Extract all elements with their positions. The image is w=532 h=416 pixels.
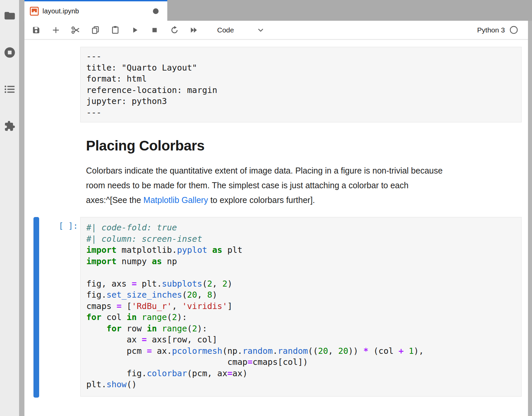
- active-cell-indicator[interactable]: [33, 217, 39, 398]
- restart-run-all-button[interactable]: [188, 23, 200, 37]
- right-gutter: [528, 21, 532, 416]
- code-cell-code: #| code-fold: true#| column: screen-inse…: [86, 222, 516, 390]
- cut-cells-button[interactable]: [70, 23, 82, 37]
- cell-type-dropdown[interactable]: Code: [217, 26, 265, 34]
- paragraph-text: axes:^[See the: [86, 195, 144, 205]
- interrupt-kernel-button[interactable]: [149, 23, 161, 37]
- raw-cell[interactable]: ---title: "Quarto Layout"format: htmlref…: [24, 47, 522, 122]
- tab-bar: layout.ipynb: [24, 0, 532, 21]
- sidebar-item-running-kernels[interactable]: [2, 44, 17, 61]
- sidebar-item-table-of-contents[interactable]: [2, 81, 17, 98]
- copy-icon: [91, 25, 100, 34]
- matplotlib-gallery-link[interactable]: Matplotlib Gallery: [144, 195, 208, 205]
- plus-icon: [52, 26, 60, 34]
- page-title: Placing Colorbars: [86, 138, 522, 154]
- stop-icon: [150, 26, 159, 34]
- copy-cells-button[interactable]: [89, 23, 101, 37]
- sidebar-item-extensions[interactable]: [2, 118, 17, 134]
- raw-cell-code: ---title: "Quarto Layout"format: htmlref…: [86, 51, 516, 118]
- restart-kernel-button[interactable]: [168, 23, 180, 37]
- save-icon: [32, 26, 40, 34]
- paragraph-line: room needs to be made for them. The simp…: [86, 178, 522, 193]
- chevron-down-icon: [257, 26, 265, 34]
- notebook-icon: [30, 7, 39, 16]
- restart-icon: [170, 25, 179, 34]
- code-cell-editor[interactable]: #| code-fold: true#| column: screen-inse…: [80, 217, 522, 397]
- left-sidebar: [0, 0, 19, 416]
- cut-icon: [71, 25, 80, 35]
- save-button[interactable]: [30, 23, 42, 37]
- paste-cells-button[interactable]: [109, 23, 121, 37]
- code-cell[interactable]: [ ]: #| code-fold: true#| column: screen…: [24, 217, 522, 397]
- run-cell-button[interactable]: [129, 23, 141, 37]
- fast-forward-icon: [189, 25, 199, 35]
- main-area: layout.ipynb: [24, 0, 532, 416]
- paragraph-line: axes:^[See the Matplotlib Gallery to exp…: [86, 193, 522, 207]
- kernel-name: Python 3: [477, 26, 505, 34]
- jupyterlab-app: layout.ipynb: [0, 0, 532, 416]
- folder-icon: [4, 11, 15, 20]
- sidebar-item-file-browser[interactable]: [2, 7, 17, 24]
- notebook-toolbar: Code Python 3: [24, 21, 532, 39]
- input-prompt: [ ]:: [38, 221, 78, 231]
- puzzle-icon: [4, 120, 15, 132]
- list-icon: [4, 85, 15, 94]
- unsaved-changes-indicator[interactable]: [153, 8, 159, 14]
- paragraph-line: Colorbars indicate the quantitative exte…: [86, 163, 522, 178]
- tab-title: layout.ipynb: [42, 7, 79, 15]
- cell-type-label: Code: [217, 26, 234, 34]
- tab-layout-ipynb[interactable]: layout.ipynb: [24, 0, 167, 21]
- paragraph-text: to explore colorbars further].: [208, 195, 315, 205]
- run-icon: [130, 26, 139, 34]
- paste-icon: [111, 25, 120, 34]
- insert-cell-button[interactable]: [50, 23, 62, 37]
- markdown-cell[interactable]: Placing Colorbars Colorbars indicate the…: [86, 138, 522, 207]
- kernel-indicator[interactable]: Python 3: [477, 26, 518, 34]
- stop-circle-icon: [4, 46, 16, 59]
- markdown-paragraph: Colorbars indicate the quantitative exte…: [86, 163, 522, 207]
- sidebar-divider: [19, 0, 24, 416]
- notebook-panel: ---title: "Quarto Layout"format: htmlref…: [24, 39, 532, 416]
- raw-cell-editor[interactable]: ---title: "Quarto Layout"format: htmlref…: [80, 47, 522, 122]
- kernel-idle-circle-icon: [510, 26, 518, 34]
